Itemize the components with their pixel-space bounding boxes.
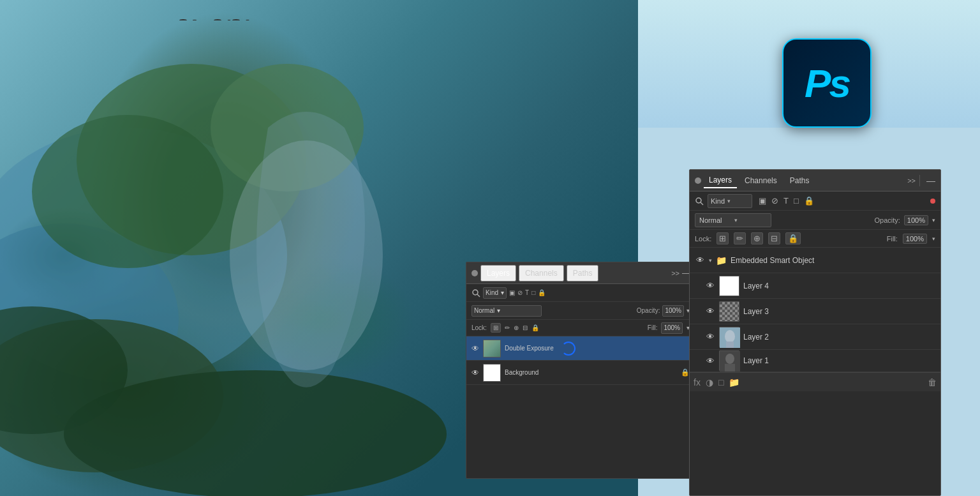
front-layer1-eye[interactable]: 👁: [705, 356, 715, 366]
svg-point-9: [473, 290, 478, 295]
front-close-button[interactable]: [695, 177, 701, 184]
front-filter-adjustment-icon[interactable]: ⊘: [771, 196, 778, 206]
front-lock-icon-3[interactable]: ⊕: [751, 232, 763, 244]
front-lock-icon-5[interactable]: 🔒: [785, 232, 801, 244]
front-layer4-thumb: [719, 276, 739, 296]
front-group-layer[interactable]: 👁 ▾ 📁 Embedded Smart Object: [690, 248, 940, 273]
front-opacity-chevron: ▾: [932, 217, 935, 223]
front-tab-paths[interactable]: Paths: [785, 174, 815, 188]
back-layer-double-exposure[interactable]: 👁 Double Exposure: [466, 336, 695, 361]
back-lock-icon-2[interactable]: ✏: [505, 324, 510, 331]
back-filter-icon-3[interactable]: T: [525, 289, 529, 296]
birds-group: [179, 13, 252, 24]
back-filter-icon-4[interactable]: □: [531, 289, 535, 296]
front-blend-label: Normal: [699, 216, 722, 224]
front-layer1-svg: [720, 351, 740, 372]
bird-icon: [193, 19, 197, 21]
front-layer4-eye[interactable]: 👁: [705, 281, 715, 290]
front-lock-icon-1[interactable]: ⊞: [716, 232, 729, 244]
front-opacity-value[interactable]: 100%: [904, 215, 928, 225]
front-layer3-thumb: [719, 301, 739, 322]
front-search-icon: [695, 197, 704, 206]
front-layer2-name: Layer 2: [743, 333, 935, 342]
front-panel-footer: fx ◑ □ 📁 🗑: [690, 372, 940, 391]
back-layer-name-background: Background: [505, 369, 538, 376]
front-lock-row: Lock: ⊞ ✏ ⊕ ⊟ 🔒 Fill: 100% ▾: [690, 230, 940, 248]
svg-point-14: [725, 330, 735, 343]
back-tab-paths[interactable]: Paths: [567, 265, 599, 282]
back-panel-header: Layers Channels Paths >> —: [466, 262, 695, 284]
back-search-icon: [471, 289, 480, 297]
front-layer3-name: Layer 3: [743, 307, 935, 316]
front-opacity-label: Opacity:: [875, 216, 900, 224]
front-group-expand[interactable]: ▾: [709, 257, 712, 264]
front-layer-3[interactable]: 👁 Layer 3: [690, 299, 940, 324]
front-fill-chevron: ▾: [932, 236, 935, 242]
front-opacity-text: 100%: [907, 216, 925, 224]
front-layer-2[interactable]: 👁 Layer 2: [690, 324, 940, 350]
front-fill-label: Fill:: [887, 235, 898, 243]
back-tab-channels[interactable]: Channels: [519, 265, 564, 282]
front-filter-icons: ▣ ⊘ T □ 🔒: [759, 196, 814, 206]
front-filter-pixel-icon[interactable]: ▣: [759, 196, 766, 206]
front-filter-shape-icon[interactable]: □: [794, 196, 799, 206]
back-blend-chevron: ▾: [497, 307, 500, 314]
back-panel-more[interactable]: >>: [671, 269, 679, 277]
front-blend-select[interactable]: Normal ▾: [695, 213, 771, 227]
back-kind-chevron: ▾: [501, 289, 504, 296]
front-filter-type-icon[interactable]: T: [783, 196, 789, 206]
back-blend-label: Normal: [474, 307, 494, 314]
front-lock-icon-4[interactable]: ⊟: [768, 232, 780, 244]
back-eye-2[interactable]: 👁: [471, 368, 479, 377]
front-filter-smart-icon[interactable]: 🔒: [804, 196, 814, 206]
front-footer-mask[interactable]: □: [718, 377, 724, 387]
front-layer2-thumb: [719, 327, 739, 347]
back-kind-select[interactable]: Kind ▾: [483, 287, 507, 299]
svg-point-17: [725, 354, 734, 364]
back-lock-icon-5[interactable]: 🔒: [531, 324, 539, 331]
front-layer1-name: Layer 1: [743, 356, 935, 365]
front-kind-select[interactable]: Kind ▾: [708, 194, 752, 208]
front-layer2-eye[interactable]: 👁: [705, 332, 715, 342]
svg-point-11: [696, 198, 701, 203]
front-panel-more[interactable]: >>: [907, 177, 916, 184]
front-fill-text: 100%: [906, 235, 924, 243]
back-opacity-value[interactable]: 100%: [662, 305, 684, 317]
back-filter-icon-5[interactable]: 🔒: [538, 289, 546, 296]
back-filter-icon-2[interactable]: ⊘: [517, 289, 523, 296]
layers-panel-back: Layers Channels Paths >> — Kind ▾ ▣ ⊘ T …: [466, 262, 695, 479]
front-blend-chevron: ▾: [734, 217, 738, 223]
back-fill-value[interactable]: 100%: [661, 322, 683, 334]
back-kind-label: Kind: [486, 289, 498, 296]
back-layer-background[interactable]: 👁 Background 🔒: [466, 361, 695, 385]
back-tab-layers[interactable]: Layers: [480, 265, 516, 282]
front-footer-group[interactable]: 📁: [729, 377, 739, 387]
front-fill-value[interactable]: 100%: [903, 234, 927, 244]
front-layer-4[interactable]: 👁 Layer 4: [690, 273, 940, 299]
svg-rect-18: [725, 364, 735, 372]
portrait-svg: [0, 0, 479, 496]
front-layer3-eye[interactable]: 👁: [705, 306, 715, 316]
front-footer-fx[interactable]: fx: [694, 377, 701, 387]
front-kind-chevron: ▾: [727, 198, 731, 204]
svg-line-10: [477, 294, 480, 297]
back-filter-icon-1[interactable]: ▣: [509, 289, 515, 296]
front-tab-channels[interactable]: Channels: [739, 174, 782, 188]
front-tab-layers[interactable]: Layers: [704, 173, 737, 188]
front-lock-icon-2[interactable]: ✏: [734, 232, 746, 244]
front-panel-header: Layers Channels Paths >> —: [690, 170, 940, 192]
back-close-button[interactable]: [471, 270, 478, 276]
back-opacity-label: Opacity:: [637, 307, 660, 314]
back-lock-icon-3[interactable]: ⊕: [514, 324, 519, 331]
front-group-eye[interactable]: 👁: [695, 255, 705, 265]
front-footer-adjustment[interactable]: ◑: [706, 377, 713, 387]
back-thumb-background: [483, 364, 501, 382]
front-footer-delete[interactable]: 🗑: [928, 377, 937, 387]
back-lock-icon-1[interactable]: ⊞: [491, 323, 501, 333]
back-lock-icon-4[interactable]: ⊟: [523, 324, 528, 331]
back-blend-select[interactable]: Normal ▾: [471, 305, 542, 317]
front-panel-collapse[interactable]: —: [926, 176, 935, 186]
front-layer-1[interactable]: 👁 Layer 1: [690, 350, 940, 372]
back-eye-1[interactable]: 👁: [471, 344, 479, 353]
layers-panel-front: Layers Channels Paths >> — Kind ▾ ▣ ⊘ T …: [689, 169, 941, 496]
